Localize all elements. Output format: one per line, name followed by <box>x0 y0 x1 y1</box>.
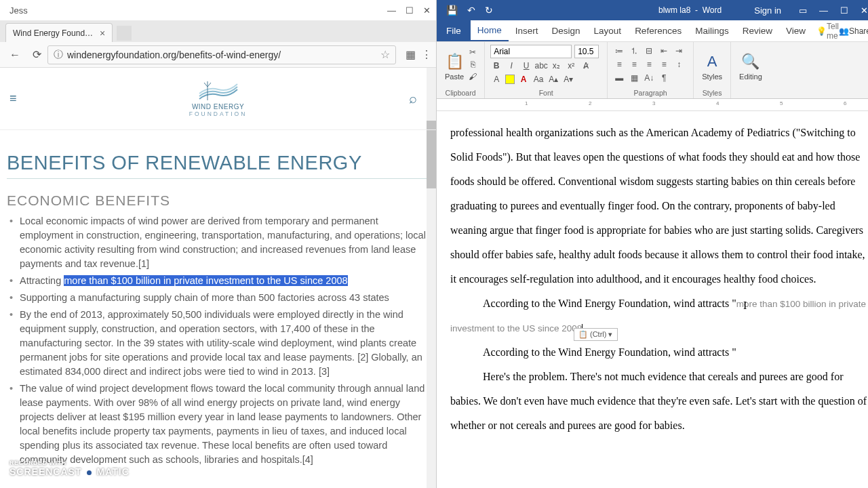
styles-icon: A <box>707 51 717 73</box>
multilevel-icon[interactable]: ⊟ <box>643 45 655 57</box>
tell-me-box[interactable]: 💡 Tell me <box>816 22 839 41</box>
maximize-icon[interactable]: ☐ <box>406 5 414 16</box>
sort-icon[interactable]: A↓ <box>643 72 655 84</box>
bullets-icon[interactable]: ≔ <box>613 45 625 57</box>
paste-button[interactable]: 📋 Paste <box>442 45 467 87</box>
chrome-tab[interactable]: Wind Energy Foundation × <box>5 23 113 42</box>
tab-references[interactable]: References <box>628 20 688 41</box>
ribbon-options-icon[interactable]: ▭ <box>799 5 807 16</box>
font-color-button[interactable]: A <box>517 73 530 85</box>
tab-file[interactable]: File <box>437 20 471 41</box>
align-left-icon[interactable]: ≡ <box>613 58 625 70</box>
list-item: By the end of 2013, approximately 50,500… <box>7 308 429 379</box>
font-group: Arial 10.5 B I U abc x₂ x² A̷ A A Aa A▴ … <box>485 42 608 98</box>
list-item: Attracting more than $100 billion in pri… <box>7 274 429 288</box>
extension-icon[interactable]: ▦ <box>406 48 416 61</box>
subscript-button[interactable]: x₂ <box>550 60 562 72</box>
bold-button[interactable]: B <box>490 60 502 72</box>
cut-icon[interactable]: ✂ <box>467 46 479 58</box>
tab-close-icon[interactable]: × <box>100 28 105 39</box>
paste-options-button[interactable]: (Ctrl) ▾ <box>574 328 618 341</box>
ruler-tick: 3 <box>652 100 655 106</box>
superscript-button[interactable]: x² <box>565 60 577 72</box>
align-center-icon[interactable]: ≡ <box>628 58 640 70</box>
minimize-icon[interactable]: — <box>819 5 828 16</box>
redo-icon[interactable]: ↻ <box>485 5 493 16</box>
site-logo[interactable]: WIND ENERGY FOUNDATION <box>189 80 248 117</box>
grow-font-icon[interactable]: A▴ <box>547 73 559 85</box>
shrink-font-icon[interactable]: A▾ <box>562 73 574 85</box>
ruler[interactable]: 1 2 3 4 5 6 <box>437 99 868 111</box>
list-item: Supporting a manufacturing supply chain … <box>7 291 429 305</box>
text-effects-icon[interactable]: A <box>490 73 502 85</box>
minimize-icon[interactable]: — <box>387 5 396 16</box>
shading-icon[interactable]: ▬ <box>613 72 625 84</box>
numbering-icon[interactable]: ⒈ <box>628 45 640 57</box>
search-icon[interactable]: ⌕ <box>409 91 417 106</box>
watermark-rec: RECORDED WITH <box>9 460 130 466</box>
editing-button[interactable]: 🔍 Editing <box>736 45 765 87</box>
format-painter-icon[interactable]: 🖌 <box>467 70 479 83</box>
watermark-o-icon <box>83 466 95 479</box>
screencast-watermark: RECORDED WITH SCREENCASTMATIC <box>9 460 130 479</box>
font-name-input[interactable]: Arial <box>490 45 572 58</box>
tab-home[interactable]: Home <box>471 20 509 41</box>
chrome-right-icons: ▦ ⋮ <box>400 48 432 61</box>
back-icon[interactable]: ← <box>8 48 22 62</box>
save-icon[interactable]: 💾 <box>446 5 458 16</box>
justify-icon[interactable]: ≡ <box>658 58 670 70</box>
tab-review[interactable]: Review <box>736 20 779 41</box>
svg-line-1 <box>204 83 208 87</box>
align-right-icon[interactable]: ≡ <box>643 58 655 70</box>
clear-format-icon[interactable]: A̷ <box>580 60 592 72</box>
decrease-indent-icon[interactable]: ⇤ <box>658 45 670 57</box>
italic-button[interactable]: I <box>505 60 517 72</box>
hamburger-menu-icon[interactable]: ≡ <box>9 92 17 106</box>
tab-view[interactable]: View <box>779 20 812 41</box>
paragraph: professional health organizations such a… <box>450 121 867 291</box>
copy-icon[interactable]: ⎘ <box>467 58 479 70</box>
change-case-button[interactable]: Aa <box>532 73 545 85</box>
underline-button[interactable]: U <box>520 60 532 72</box>
signin-button[interactable]: Sign in <box>754 5 781 16</box>
group-label: Font <box>490 87 601 97</box>
undo-icon[interactable]: ↶ <box>467 5 475 16</box>
titlebar-right: Sign in ▭ — ☐ ✕ <box>742 5 868 16</box>
font-size-input[interactable]: 10.5 <box>574 45 599 58</box>
reload-icon[interactable]: ⟳ <box>30 48 43 62</box>
highlight-color-button[interactable] <box>505 75 515 84</box>
document-area[interactable]: professional health organizations such a… <box>437 111 868 488</box>
word-window: 💾 ↶ ↻ blwm la8 - Word Sign in ▭ — ☐ ✕ Fi… <box>437 0 868 488</box>
url-input[interactable]: ⓘ windenergyfoundation.org/benefits-of-w… <box>47 45 396 64</box>
site-header: ≡ WIND ENERGY FOUNDATION ⌕ <box>0 68 436 130</box>
i-beam-cursor-icon: I <box>743 300 747 312</box>
close-icon[interactable]: ✕ <box>861 5 868 16</box>
new-tab-button[interactable] <box>117 26 132 41</box>
highlighted-text: more than $100 billion in private invest… <box>64 275 347 286</box>
ruler-tick: 5 <box>780 100 783 106</box>
menu-icon[interactable]: ⋮ <box>421 48 432 61</box>
info-icon[interactable]: ⓘ <box>54 49 63 61</box>
chrome-address-bar: ← ⟳ ⓘ windenergyfoundation.org/benefits-… <box>0 42 436 68</box>
tab-mailings[interactable]: Mailings <box>688 20 736 41</box>
close-icon[interactable]: ✕ <box>423 5 431 16</box>
show-marks-icon[interactable]: ¶ <box>658 72 670 84</box>
scrollbar-thumb[interactable] <box>427 121 436 188</box>
strikethrough-button[interactable]: abc <box>535 60 547 72</box>
tab-design[interactable]: Design <box>545 20 587 41</box>
ribbon-tabs: File Home Insert Design Layout Reference… <box>437 20 868 42</box>
styles-button[interactable]: A Styles <box>699 45 725 87</box>
document-text: professional health organizations such a… <box>450 121 867 438</box>
bookmark-star-icon[interactable]: ☆ <box>380 48 390 61</box>
increase-indent-icon[interactable]: ⇥ <box>673 45 685 57</box>
maximize-icon[interactable]: ☐ <box>840 5 848 16</box>
borders-icon[interactable]: ▦ <box>628 72 640 84</box>
share-button[interactable]: 👥 Share <box>839 26 868 36</box>
tab-insert[interactable]: Insert <box>509 20 545 41</box>
tab-layout[interactable]: Layout <box>587 20 629 41</box>
styles-group: A Styles Styles <box>694 42 731 98</box>
site-body: BENEFITS OF RENEWABLE ENERGY ECONOMIC BE… <box>0 130 436 476</box>
chrome-user-label[interactable]: Jess <box>9 5 28 16</box>
list-item: The value of wind project development fl… <box>7 382 429 467</box>
line-spacing-icon[interactable]: ↕ <box>673 58 685 70</box>
